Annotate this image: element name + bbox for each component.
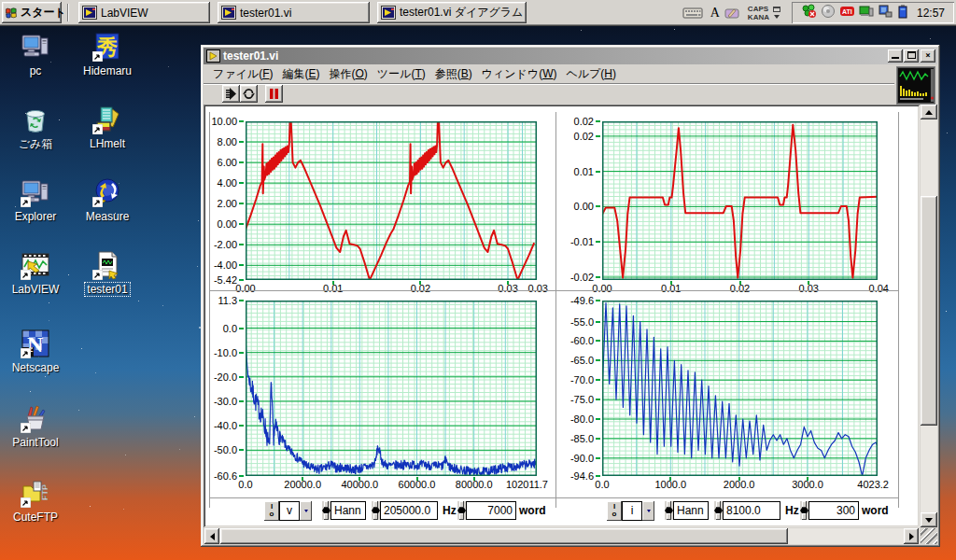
desktop-icon-label: Measure [84, 210, 132, 223]
desktop-icon-Measure[interactable]: Measure [72, 177, 143, 224]
window-fn-stepper[interactable] [322, 501, 330, 520]
scroll-up-button[interactable] [921, 105, 937, 119]
minimize-button[interactable] [888, 49, 903, 63]
y-tick-mark [239, 279, 244, 281]
x-tick-mark [416, 477, 418, 481]
resize-grip[interactable] [921, 528, 937, 544]
menu-ウィンドウ[interactable]: ウィンドウ(W) [482, 66, 557, 82]
ring-dropdown-button[interactable] [642, 501, 654, 521]
y-tick-label: -70.0 [555, 374, 594, 385]
sample-rate-box[interactable]: 8100.0 [723, 501, 780, 520]
words-stepper[interactable] [800, 501, 808, 520]
taskbar-task-3[interactable]: tester01.vi ダイアグラム [377, 2, 527, 23]
desktop-icon-CuteFTP[interactable]: FTPCuteFTP [0, 478, 71, 525]
menu-操作[interactable]: 操作(O) [329, 66, 367, 82]
start-button[interactable]: スタート [2, 2, 62, 23]
labview-icon [21, 250, 50, 280]
usb-device-icon[interactable] [878, 4, 893, 22]
desktop-icon-LHmelt[interactable]: LHmelt [72, 105, 143, 151]
horizontal-scroll-thumb[interactable] [220, 528, 788, 544]
y-tick-mark [239, 400, 244, 402]
menu-参照[interactable]: 参照(B) [435, 66, 472, 82]
y-tick-mark [596, 438, 600, 440]
star [947, 133, 948, 133]
taskbar-divider [67, 4, 69, 21]
ring-value: v [279, 501, 300, 521]
word-count-box[interactable]: 7000 [466, 501, 516, 520]
x-tick-mark [670, 281, 672, 285]
desktop-icon-Explorer[interactable]: Explorer [0, 177, 71, 224]
y-tick-mark [596, 241, 600, 243]
y-tick-label: -80.0 [555, 413, 594, 425]
keyboard-icon[interactable] [682, 6, 703, 21]
labview-logo-panel [897, 67, 935, 104]
ime-pen-icon[interactable] [724, 6, 742, 21]
window-function-box[interactable]: Hann [330, 501, 366, 520]
desktop-icon-LabVIEW[interactable]: LabVIEW [0, 250, 71, 297]
window-function-box[interactable]: Hann [673, 501, 709, 520]
vertical-scroll-thumb[interactable] [921, 196, 937, 426]
window-fn-stepper[interactable] [665, 501, 673, 520]
frequency-stepper[interactable] [372, 501, 380, 520]
menu-編集[interactable]: 編集(E) [282, 66, 319, 82]
scroll-left-button[interactable] [204, 528, 219, 544]
y-tick-mark [239, 328, 244, 329]
panel-divider [209, 112, 210, 508]
hz-label: Hz [785, 501, 799, 520]
star [49, 320, 49, 321]
x-tick-mark [332, 281, 334, 285]
word-count-box[interactable]: 300 [808, 501, 859, 520]
channel-ring-selector[interactable]: Iov [264, 501, 312, 521]
network-error-icon[interactable] [801, 4, 817, 22]
desktop-icon-Netscape[interactable]: NNetscape [0, 329, 71, 375]
y-tick-mark [596, 475, 600, 477]
y-tick-label: -20.0 [199, 371, 237, 383]
desktop-icon-PaintTool[interactable]: PaintTool [0, 403, 71, 450]
menu-ツール[interactable]: ツール(T) [377, 66, 426, 82]
netscape-icon: N [21, 329, 50, 358]
ime-caps-kana-indicator[interactable]: CAPS KANA [748, 5, 769, 21]
measure-icon [92, 177, 122, 207]
display-adapter-icon[interactable] [859, 4, 874, 22]
cuteftp-icon: FTP [21, 478, 50, 508]
desktop-icon-tester01[interactable]: tester01 [72, 250, 143, 297]
menu-bar: ファイル(F)編集(E)操作(O)ツール(T)参照(B)ウィンドウ(W)ヘルプ(… [204, 65, 894, 84]
ati-icon[interactable]: ATI [839, 4, 855, 22]
taskbar-task-1[interactable]: LabVIEW [78, 2, 210, 23]
scroll-down-button[interactable] [921, 512, 937, 527]
y-tick-label: 0.00 [199, 218, 237, 230]
panel-divider [898, 112, 899, 508]
scroll-right-button[interactable] [904, 528, 919, 544]
ring-dropdown-button[interactable] [300, 501, 312, 521]
desktop-icon-pc[interactable]: pc [0, 32, 71, 78]
frequency-stepper[interactable] [714, 501, 723, 520]
pause-button[interactable] [265, 85, 283, 103]
window-titlebar[interactable]: tester01.vi × [204, 48, 937, 64]
ime-mode-letter[interactable]: A [710, 6, 720, 21]
svg-text:FTP: FTP [40, 484, 49, 500]
y-tick-label: 11.3 [199, 295, 237, 306]
menu-ヘルプ[interactable]: ヘルプ(H) [566, 66, 616, 82]
battery-icon[interactable] [896, 4, 909, 22]
y-tick-mark [239, 376, 244, 378]
maximize-button[interactable] [904, 49, 919, 63]
run-continuous-button[interactable] [240, 85, 258, 103]
desktop-icon-ごみ箱[interactable]: ごみ箱 [0, 105, 71, 151]
y-tick-label: 0.0 [199, 323, 237, 334]
y-tick-mark [239, 264, 244, 266]
task-label: tester01.vi [240, 7, 291, 20]
speaker-icon[interactable] [821, 4, 836, 22]
close-button[interactable]: × [921, 49, 935, 63]
hz-label: Hz [443, 501, 457, 520]
ime-toolbar-buttons[interactable] [773, 7, 786, 19]
desktop-icon-Hidemaru[interactable]: 秀Hidemaru [72, 32, 143, 78]
words-stepper[interactable] [457, 501, 466, 520]
windows-logo-icon [5, 7, 19, 19]
y-tick-mark [596, 135, 600, 137]
taskbar-task-2[interactable]: tester01.vi [218, 2, 370, 23]
menu-ファイル[interactable]: ファイル(F) [213, 66, 273, 82]
sample-rate-box[interactable]: 205000.0 [380, 501, 438, 520]
run-button[interactable] [222, 85, 240, 103]
channel-ring-selector[interactable]: Ioi [607, 501, 654, 521]
word-label: word [862, 501, 889, 520]
